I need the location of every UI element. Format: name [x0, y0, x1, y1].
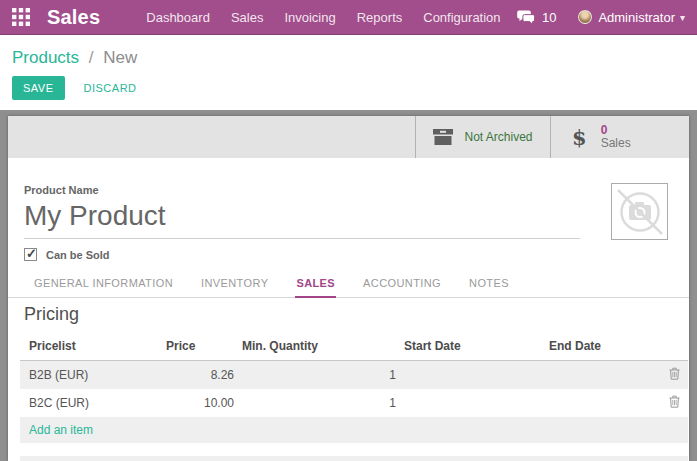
chat-icon	[517, 10, 536, 25]
form-action-buttons: SAVE DISCARD	[12, 76, 147, 100]
menu-item-reports[interactable]: Reports	[357, 10, 403, 25]
navbar-right: 10 Administrator ▾	[517, 10, 685, 25]
no-camera-icon	[613, 185, 667, 239]
tab-general-information[interactable]: GENERAL INFORMATION	[33, 272, 174, 297]
breadcrumb: Products / New	[0, 35, 697, 68]
can-be-sold-label: Can be Sold	[46, 249, 110, 261]
dollar-icon: $	[572, 125, 587, 150]
tab-inventory[interactable]: INVENTORY	[200, 272, 269, 297]
discard-button[interactable]: DISCARD	[74, 76, 147, 100]
menu-item-configuration[interactable]: Configuration	[423, 10, 500, 25]
product-name-label: Product Name	[24, 184, 99, 196]
user-menu[interactable]: Administrator ▾	[578, 10, 685, 25]
tab-notes[interactable]: NOTES	[468, 272, 510, 297]
sheet-body: Product Name My Product Can be Sold GENE…	[8, 158, 689, 461]
cell-end-date[interactable]	[545, 389, 660, 417]
col-end-date: End Date	[545, 336, 660, 361]
cell-start-date[interactable]	[400, 389, 545, 417]
col-start-date: Start Date	[400, 336, 545, 361]
pricing-section-title: Pricing	[24, 304, 79, 325]
pricing-table: Pricelist Price Min. Quantity Start Date…	[20, 336, 688, 443]
notebook-tabs: GENERAL INFORMATION INVENTORY SALES ACCO…	[8, 272, 689, 298]
menu-item-sales[interactable]: Sales	[231, 10, 264, 25]
product-image-placeholder[interactable]	[611, 183, 668, 240]
tab-sales[interactable]: SALES	[295, 272, 336, 298]
cell-pricelist[interactable]: B2B (EUR)	[20, 361, 162, 390]
tab-accounting[interactable]: ACCOUNTING	[362, 272, 442, 297]
menu-item-invoicing[interactable]: Invoicing	[284, 10, 335, 25]
cell-pricelist[interactable]: B2C (EUR)	[20, 389, 162, 417]
app-brand-title[interactable]: Sales	[47, 6, 100, 29]
table-row[interactable]: B2B (EUR) 8.26 1	[20, 361, 688, 390]
page-background: Not Archived $ 0 Sales	[0, 110, 697, 461]
messages-button[interactable]: 10	[517, 10, 556, 25]
avatar	[578, 10, 592, 24]
odoo-product-form-screen: Sales Dashboard Sales Invoicing Reports …	[0, 0, 697, 461]
cell-min-quantity[interactable]: 1	[238, 361, 400, 390]
form-statusbar: Not Archived $ 0 Sales	[8, 116, 689, 158]
delete-row-button[interactable]	[660, 389, 688, 417]
checkbox-icon	[24, 248, 37, 261]
save-button[interactable]: SAVE	[12, 76, 65, 100]
cell-start-date[interactable]	[400, 361, 545, 390]
col-actions	[660, 336, 688, 361]
archive-status-label: Not Archived	[464, 130, 532, 144]
form-sheet: Not Archived $ 0 Sales	[8, 116, 689, 461]
breadcrumb-current: New	[103, 48, 137, 67]
table-header-row: Pricelist Price Min. Quantity Start Date…	[20, 336, 688, 361]
add-an-item-link[interactable]: Add an item	[29, 423, 93, 437]
sales-stat-button[interactable]: $ 0 Sales	[550, 116, 689, 158]
trash-icon	[669, 395, 680, 408]
breadcrumb-separator: /	[89, 48, 94, 67]
col-price: Price	[162, 336, 238, 361]
cell-end-date[interactable]	[545, 361, 660, 390]
add-item-row: Add an item	[20, 417, 688, 443]
sales-stat-text: 0 Sales	[601, 124, 631, 150]
col-pricelist: Pricelist	[20, 336, 162, 361]
cell-min-quantity[interactable]: 1	[238, 389, 400, 417]
apps-grid-icon[interactable]	[12, 8, 30, 26]
control-panel: Products / New SAVE DISCARD	[0, 35, 697, 110]
chevron-down-icon: ▾	[680, 12, 685, 23]
menu-item-dashboard[interactable]: Dashboard	[146, 10, 210, 25]
archive-toggle-button[interactable]: Not Archived	[415, 116, 550, 158]
top-navbar: Sales Dashboard Sales Invoicing Reports …	[0, 0, 697, 35]
messages-count: 10	[542, 10, 556, 25]
cell-price[interactable]: 8.26	[162, 361, 238, 390]
delete-row-button[interactable]	[660, 361, 688, 390]
trash-icon	[669, 367, 680, 380]
can-be-sold-checkbox[interactable]: Can be Sold	[24, 248, 110, 261]
breadcrumb-products-link[interactable]: Products	[12, 48, 79, 67]
user-name: Administrator	[598, 10, 675, 25]
col-min-quantity: Min. Quantity	[238, 336, 400, 361]
product-name-input[interactable]: My Product	[24, 199, 580, 239]
next-section-edge	[20, 456, 688, 461]
table-row[interactable]: B2C (EUR) 10.00 1	[20, 389, 688, 417]
main-menu: Dashboard Sales Invoicing Reports Config…	[146, 10, 500, 25]
archive-box-icon	[433, 129, 453, 145]
cell-price[interactable]: 10.00	[162, 389, 238, 417]
sales-stat-label: Sales	[601, 137, 631, 150]
